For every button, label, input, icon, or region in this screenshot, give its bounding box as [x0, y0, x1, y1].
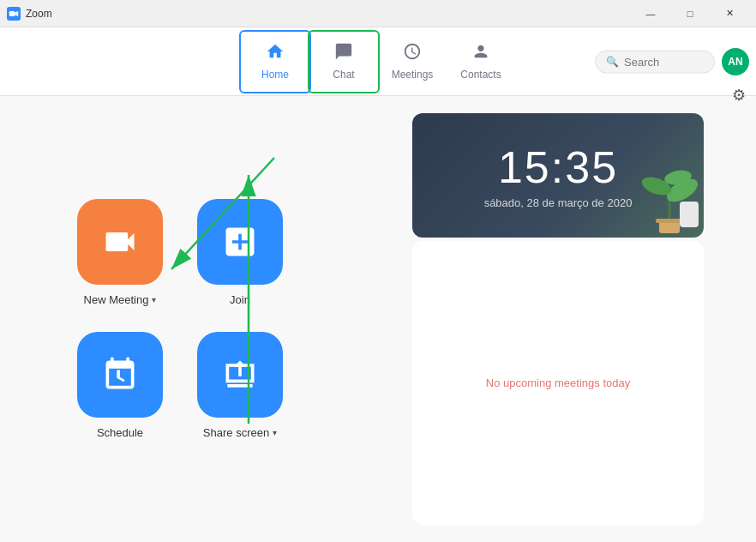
clock-time: 15:35: [498, 142, 618, 193]
maximize-button[interactable]: □: [670, 0, 710, 27]
app-title: Zoom: [26, 8, 52, 20]
action-new-meeting[interactable]: New Meeting ▾: [77, 199, 163, 306]
app-logo: [7, 7, 21, 21]
search-bar[interactable]: 🔍: [595, 50, 715, 73]
meetings-card: No upcoming meetings today: [412, 241, 704, 525]
share-screen-label: Share screen ▾: [203, 426, 277, 439]
schedule-label: Schedule: [97, 426, 143, 439]
svg-rect-12: [680, 202, 699, 227]
window-controls: — □ ✕: [631, 0, 749, 27]
new-meeting-label: New Meeting ▾: [84, 293, 157, 306]
tab-chat[interactable]: Chat: [309, 32, 378, 92]
share-chevron-icon: ▾: [273, 428, 277, 437]
action-share-screen[interactable]: Share screen ▾: [197, 332, 283, 439]
contacts-icon: [471, 42, 490, 65]
avatar-initials: AN: [728, 56, 742, 68]
join-button[interactable]: [197, 199, 283, 285]
svg-rect-7: [656, 219, 683, 223]
svg-marker-1: [15, 11, 19, 16]
home-icon: [266, 42, 285, 65]
tab-meetings-label: Meetings: [392, 69, 434, 81]
share-screen-button[interactable]: [197, 332, 283, 418]
close-button[interactable]: ✕: [710, 0, 749, 27]
new-meeting-button[interactable]: [77, 199, 163, 285]
chevron-icon: ▾: [152, 295, 156, 304]
search-icon: 🔍: [606, 56, 619, 68]
tab-meetings[interactable]: Meetings: [378, 32, 447, 92]
left-panel: New Meeting ▾ Join: [0, 96, 360, 542]
title-bar: Zoom — □ ✕: [0, 0, 756, 27]
join-label: Join: [230, 293, 250, 306]
tab-chat-label: Chat: [333, 69, 354, 81]
action-join[interactable]: Join: [197, 199, 283, 306]
minimize-button[interactable]: —: [631, 0, 670, 27]
meetings-icon: [403, 42, 422, 65]
clock-card: 15:35 sábado, 28 de março de 2020: [412, 113, 704, 238]
header: Home Chat Meetings: [0, 27, 756, 96]
title-bar-left: Zoom: [7, 7, 52, 21]
tab-home-label: Home: [261, 69, 289, 81]
right-panel: 15:35 sábado, 28 de março de 2020 No upc…: [360, 96, 756, 542]
svg-rect-0: [9, 11, 15, 16]
tab-contacts[interactable]: Contacts: [447, 32, 515, 92]
tab-contacts-label: Contacts: [460, 69, 501, 81]
chat-icon: [334, 42, 353, 65]
clock-date: sábado, 28 de março de 2020: [484, 196, 633, 209]
tab-home[interactable]: Home: [241, 32, 309, 92]
action-schedule[interactable]: Schedule: [77, 332, 163, 439]
avatar[interactable]: AN: [722, 48, 749, 75]
actions-grid: New Meeting ▾ Join: [77, 199, 283, 439]
main-content: New Meeting ▾ Join: [0, 96, 756, 542]
settings-icon[interactable]: ⚙: [732, 86, 746, 105]
nav-tabs: Home Chat Meetings: [241, 32, 515, 92]
no-meetings-message: No upcoming meetings today: [486, 376, 630, 389]
search-input[interactable]: [624, 55, 704, 68]
plant-decoration: [635, 160, 704, 238]
schedule-button[interactable]: [77, 332, 163, 418]
